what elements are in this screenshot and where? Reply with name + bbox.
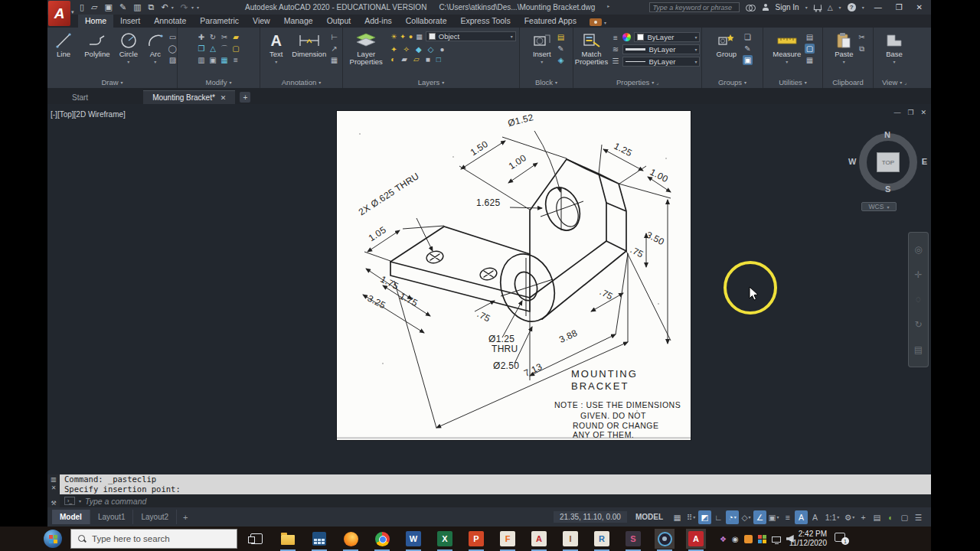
application-menu-caret-icon[interactable]: ▾ <box>71 9 74 15</box>
sign-in-avatar-icon[interactable] <box>762 4 769 11</box>
layer-tool-6-icon[interactable]: ◐ <box>390 55 395 64</box>
layer-tool-9-icon[interactable]: ■ <box>426 55 430 64</box>
tab-output[interactable]: Output <box>320 15 358 28</box>
panel-label-draw[interactable]: Draw▾ <box>47 76 177 88</box>
layer-tool-5-icon[interactable]: ● <box>439 45 444 54</box>
plot-icon[interactable]: ▥ <box>133 2 141 12</box>
isolate-objects-button[interactable]: ◐ <box>884 510 897 524</box>
text-button[interactable]: A Text ▾ <box>265 30 288 64</box>
command-grip-icon[interactable]: ▥ <box>51 476 57 483</box>
undo-caret-icon[interactable]: ▾ <box>172 5 174 10</box>
leader-icon[interactable]: ⊢ <box>331 32 338 42</box>
annotation-visibility-toggle[interactable]: A <box>795 510 808 524</box>
multileader-icon[interactable]: ↗ <box>331 44 338 54</box>
rotate-icon[interactable]: ↻ <box>207 31 219 43</box>
word-button[interactable]: W <box>403 529 423 549</box>
tab-home[interactable]: Home <box>78 15 113 28</box>
panel-label-modify[interactable]: Modify▾ <box>178 76 260 88</box>
quick-calc-icon[interactable]: ▢ <box>805 44 815 54</box>
stay-connected-icon[interactable]: △ <box>828 4 833 11</box>
annotation-monitor-toggle[interactable]: + <box>857 510 870 524</box>
file-explorer-button[interactable] <box>278 529 298 549</box>
ellipse-icon[interactable]: ◯ <box>168 44 177 54</box>
save-as-icon[interactable]: ✎ <box>119 2 126 12</box>
tray-app-3-icon[interactable] <box>744 535 753 543</box>
tray-app-2-icon[interactable]: ◉ <box>732 535 739 543</box>
hatch-icon[interactable]: ▨ <box>168 55 177 65</box>
recent-commands-caret-icon[interactable]: ▾ <box>79 498 81 504</box>
network-icon[interactable] <box>772 536 781 543</box>
group-edit-icon[interactable]: ✎ <box>743 44 753 54</box>
layer-properties-button[interactable]: Layer Properties <box>346 30 386 66</box>
copy-icon[interactable]: ❐ <box>196 43 207 54</box>
cut-icon[interactable]: ✂ <box>858 32 864 42</box>
command-input[interactable]: ›_ ▾ Type a command <box>60 494 931 507</box>
firefox-button[interactable] <box>341 529 361 549</box>
ribbon-display-toggle[interactable]: ▾ <box>590 18 606 28</box>
layout-tab-layout2[interactable]: Layout2 <box>133 510 177 524</box>
tab-annotate[interactable]: Annotate <box>147 15 193 28</box>
layer-tool-1-icon[interactable]: ✦ <box>390 45 397 54</box>
ribbon-display-caret-icon[interactable]: ▾ <box>604 20 606 25</box>
command-history[interactable]: Command: _pasteclip Specify insertion po… <box>60 474 931 494</box>
restore-button[interactable]: ❐ <box>892 3 906 11</box>
layer-tool-8-icon[interactable]: ▱ <box>413 55 420 64</box>
linetype-caret-icon[interactable]: ▾ <box>694 59 697 64</box>
sign-in-caret-icon[interactable]: ▾ <box>805 5 808 10</box>
copy-clip-icon[interactable]: ⧉ <box>858 44 864 54</box>
app-store-cart-icon[interactable] <box>813 5 822 10</box>
powerpoint-button[interactable]: P <box>466 529 486 549</box>
zoom-extents-icon[interactable]: ◌ <box>916 294 921 305</box>
tab-collaborate[interactable]: Collaborate <box>399 15 454 28</box>
autoscale-toggle[interactable]: A <box>808 510 822 524</box>
file-tab-close-icon[interactable]: ✕ <box>220 94 227 102</box>
viewcube-south[interactable]: S <box>885 184 890 194</box>
annotation-scale-button[interactable]: 1:1▾ <box>822 510 842 524</box>
autocad-button[interactable]: A <box>529 529 549 549</box>
tab-add-ins[interactable]: Add-ins <box>358 15 399 28</box>
offset-icon[interactable]: ≡ <box>230 54 242 66</box>
layer-plot-icon[interactable]: ▦ <box>416 33 423 41</box>
layer-tool-3-icon[interactable]: ◆ <box>416 45 422 54</box>
panel-label-block[interactable]: Block▾ <box>520 76 573 88</box>
redo-caret-icon[interactable]: ▾ <box>191 5 194 10</box>
polar-tracking-toggle[interactable]: ◔▾ <box>726 510 739 524</box>
autocad-active-button[interactable]: A <box>686 529 706 549</box>
start-button[interactable] <box>44 530 62 548</box>
clean-screen-toggle[interactable]: ▢ <box>898 510 911 524</box>
i-app-button[interactable]: I <box>560 529 580 549</box>
open-icon[interactable]: ▱ <box>91 2 97 12</box>
layer-off-icon[interactable]: ☀ <box>390 33 397 41</box>
base-caret-icon[interactable]: ▾ <box>893 59 895 64</box>
dimension-button[interactable]: Dimension <box>289 30 329 58</box>
panel-label-properties[interactable]: Properties▾⌟ <box>573 76 701 88</box>
close-button[interactable]: ✕ <box>913 3 926 11</box>
stay-connected-caret-icon[interactable]: ▾ <box>839 5 841 10</box>
properties-launcher-icon[interactable]: ⌟ <box>656 80 658 85</box>
panel-label-view[interactable]: View▾⌟ <box>874 76 915 88</box>
help-icon[interactable]: ? <box>848 3 856 11</box>
search-binoculars-icon[interactable] <box>746 5 756 11</box>
excel-button[interactable]: X <box>435 529 455 549</box>
table-icon[interactable]: ▦ <box>331 55 338 65</box>
task-view-button[interactable] <box>247 529 266 549</box>
properties-list-1-icon[interactable]: ≡ <box>612 33 619 43</box>
wcs-caret-icon[interactable]: ▾ <box>887 204 889 210</box>
layout-tab-model[interactable]: Model <box>52 510 90 524</box>
object-snap-tracking-toggle[interactable]: ∠ <box>753 510 766 524</box>
linetype-dropdown[interactable]: ByLayer ▾ <box>622 57 700 67</box>
sign-in-label[interactable]: Sign In <box>776 3 799 11</box>
revit-button[interactable]: R <box>592 529 612 549</box>
color-caret-icon[interactable]: ▾ <box>694 34 697 40</box>
viewport-close-icon[interactable]: ✕ <box>920 109 926 116</box>
rectangle-icon[interactable]: ▭ <box>168 32 177 42</box>
lineweight-caret-icon[interactable]: ▾ <box>694 47 697 52</box>
layer-lock-icon[interactable]: ● <box>409 33 413 41</box>
insert-caret-icon[interactable]: ▾ <box>541 59 543 64</box>
arc-caret-icon[interactable]: ▾ <box>154 59 156 64</box>
viewcube[interactable]: N S W E TOP <box>859 133 917 191</box>
scale-icon[interactable]: ▣ <box>207 54 219 66</box>
quick-select-icon[interactable]: ▤ <box>805 32 815 42</box>
group-button[interactable]: Group <box>712 30 741 58</box>
pan-icon[interactable]: ✛ <box>914 269 922 280</box>
